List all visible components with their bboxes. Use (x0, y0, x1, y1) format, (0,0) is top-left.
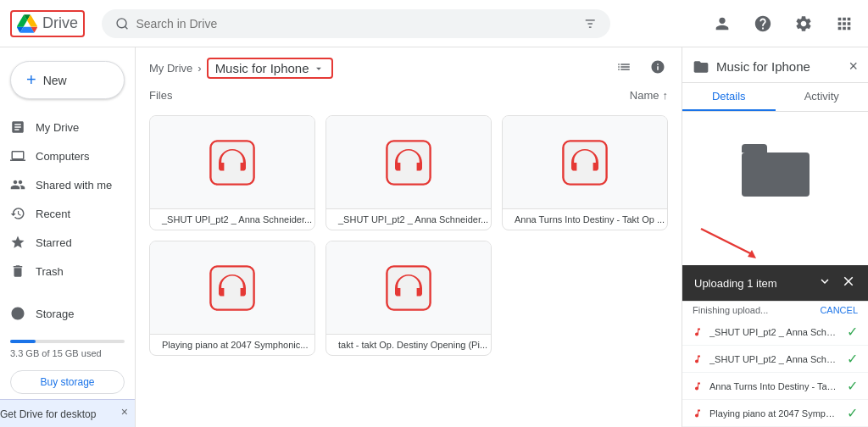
folder-icon (693, 58, 709, 75)
panel-tab-details[interactable]: Details (682, 83, 776, 111)
folder-body (742, 152, 810, 197)
upload-cancel-button[interactable]: CANCEL (820, 305, 858, 315)
breadcrumb-current[interactable]: Music for Iphone (207, 58, 333, 79)
file-card-0[interactable]: _SHUT UPI_pt2 _ Anna Schneider... (149, 115, 315, 230)
starred-icon (10, 235, 25, 250)
app-title: Drive (42, 14, 78, 32)
upload-item-name-3: Playing piano at 2047 Symphonics Par... (709, 408, 840, 419)
help-icon (754, 14, 772, 33)
panel-close-button[interactable]: × (849, 58, 858, 75)
right-panel: Music for Iphone × Details Activity (682, 47, 868, 427)
sidebar: + New My Drive Computers (0, 47, 136, 427)
settings-icon-btn[interactable] (790, 10, 817, 37)
new-plus-icon: + (26, 70, 36, 90)
file-label-0: _SHUT UPI_pt2 _ Anna Schneider... (162, 214, 312, 225)
account-icon-btn[interactable] (709, 10, 736, 37)
panel-content (682, 112, 868, 199)
buy-storage-button[interactable]: Buy storage (10, 370, 125, 394)
upload-check-icon-3: ✓ (847, 405, 858, 421)
sidebar-item-computers[interactable]: Computers (0, 141, 128, 170)
sort-arrow: ↑ (663, 89, 669, 102)
help-icon-btn[interactable] (749, 10, 776, 37)
file-card-1[interactable]: _SHUT UPI_pt2 _ Anna Schneider... (326, 115, 492, 230)
sidebar-item-recent[interactable]: Recent (0, 199, 128, 228)
music-file-icon-0 (205, 136, 259, 190)
sidebar-item-mydrive[interactable]: My Drive (0, 113, 128, 141)
topbar: Drive (0, 0, 868, 47)
upload-bar[interactable]: Uploading 1 item (682, 265, 868, 301)
breadcrumb-root[interactable]: My Drive (149, 62, 192, 75)
sidebar-label-computers: Computers (36, 150, 90, 163)
list-view-button[interactable] (610, 53, 637, 80)
upload-collapse-button[interactable] (817, 274, 832, 292)
view-controls (610, 53, 671, 80)
settings-icon (794, 14, 813, 33)
storage-section: 3.3 GB of 15 GB used (0, 328, 135, 365)
file-name-0: _SHUT UPI_pt2 _ Anna Schneider... (150, 209, 314, 230)
storage-icon (10, 306, 25, 321)
file-name-1: _SHUT UPI_pt2 _ Anna Schneider... (326, 209, 491, 230)
drive-logo-icon (17, 14, 37, 34)
sidebar-label-storage: Storage (36, 308, 75, 320)
breadcrumb-separator: › (198, 62, 201, 75)
music-file-icon-2 (558, 136, 612, 190)
promo-close-button[interactable]: × (121, 405, 128, 419)
breadcrumb: My Drive › Music for Iphone (136, 47, 347, 86)
upload-item-icon-0 (693, 327, 703, 337)
sidebar-item-trash[interactable]: Trash (0, 257, 128, 286)
svg-rect-11 (210, 266, 253, 309)
file-label-4: takt - takt Op. Destiny Opening (Pi... (338, 340, 487, 350)
search-input[interactable] (136, 17, 576, 30)
sort-button[interactable]: Name ↑ (630, 89, 668, 102)
sidebar-item-shared[interactable]: Shared with me (0, 170, 128, 199)
new-button-label: New (43, 74, 67, 87)
file-name-3: Playing piano at 2047 Symphonic... (150, 335, 314, 355)
panel-title: Music for Iphone (693, 58, 810, 75)
file-card-2[interactable]: Anna Turns Into Destiny - Takt Op ... (502, 115, 668, 230)
folder-preview (693, 122, 858, 199)
new-button[interactable]: + New (10, 61, 125, 99)
files-label: Files (149, 89, 172, 102)
info-button[interactable] (644, 53, 671, 80)
upload-item-icon-3 (693, 408, 703, 419)
storage-bar-bg (10, 340, 125, 343)
sidebar-label-trash: Trash (36, 265, 64, 278)
upload-item-name-0: _SHUT UPI_pt2 _ Anna Schneider _1a... (709, 327, 840, 337)
upload-check-icon-1: ✓ (847, 351, 858, 367)
upload-item-name-1: _SHUT UPI_pt2 _ Anna Schneider _1a... (709, 354, 840, 364)
upload-item-3: Playing piano at 2047 Symphonics Par... … (682, 400, 868, 427)
storage-used-label: 3.3 GB of 15 GB used (10, 348, 125, 358)
upload-item-0: _SHUT UPI_pt2 _ Anna Schneider _1a... ✓ (682, 319, 868, 346)
chevron-down-icon (817, 274, 832, 289)
trash-icon (10, 263, 25, 279)
sidebar-item-starred[interactable]: Starred (0, 228, 128, 257)
arrow-container (682, 225, 868, 265)
music-file-icon-4 (381, 261, 436, 315)
breadcrumb-dropdown-icon (313, 63, 325, 75)
upload-item-name-2: Anna Turns Into Destiny - Takt Op Dest..… (709, 381, 840, 391)
panel-header: Music for Iphone × (682, 47, 868, 83)
svg-line-15 (701, 229, 752, 254)
recent-icon (10, 206, 25, 221)
upload-close-button[interactable] (841, 274, 856, 292)
apps-icon (835, 14, 854, 33)
logo-area: Drive (10, 10, 85, 37)
sidebar-item-storage[interactable]: Storage (0, 299, 128, 328)
file-thumb-1 (326, 116, 491, 209)
file-label-3: Playing piano at 2047 Symphonic... (162, 340, 308, 350)
account-icon (713, 14, 732, 33)
panel-tab-activity[interactable]: Activity (776, 83, 869, 111)
sidebar-label-starred: Starred (36, 236, 72, 249)
filter-icon[interactable] (583, 16, 597, 31)
file-card-4[interactable]: takt - takt Op. Destiny Opening (Pi... (326, 241, 492, 356)
search-icon (115, 16, 129, 31)
search-bar[interactable] (102, 9, 610, 38)
apps-icon-btn[interactable] (831, 10, 858, 37)
svg-point-0 (117, 18, 126, 27)
file-name-2: Anna Turns Into Destiny - Takt Op ... (503, 209, 667, 230)
arrow-indicator (693, 225, 760, 258)
svg-marker-16 (748, 250, 756, 258)
my-drive-icon (10, 119, 25, 135)
file-card-3[interactable]: Playing piano at 2047 Symphonic... (149, 241, 315, 356)
upload-check-icon-0: ✓ (847, 324, 858, 340)
